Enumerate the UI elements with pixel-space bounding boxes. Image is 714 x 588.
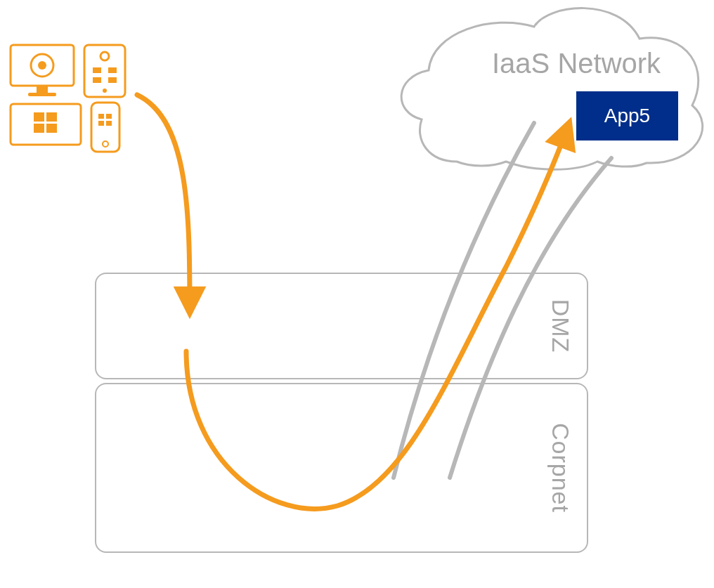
- device-windows-icon: [11, 104, 81, 145]
- diagram-canvas: DMZ Corpnet IaaS Network App5: [0, 0, 714, 588]
- svg-rect-18: [98, 114, 104, 119]
- svg-rect-14: [46, 112, 57, 122]
- cloud-label: IaaS Network: [492, 48, 661, 79]
- svg-point-22: [103, 141, 108, 147]
- device-phone-icon: [91, 103, 119, 152]
- svg-point-2: [38, 61, 46, 70]
- svg-point-6: [100, 52, 109, 60]
- zone-corpnet-label: Corpnet: [547, 423, 574, 513]
- svg-rect-16: [46, 124, 57, 133]
- svg-rect-13: [34, 112, 44, 122]
- svg-rect-21: [106, 121, 112, 126]
- svg-rect-7: [93, 67, 101, 73]
- svg-rect-9: [93, 77, 101, 83]
- svg-rect-17: [91, 103, 119, 152]
- device-tablet-icon: [84, 45, 125, 97]
- zone-corpnet: Corpnet: [95, 383, 588, 553]
- cloud-outline: [401, 8, 703, 170]
- device-imac-icon: [11, 45, 74, 96]
- svg-rect-3: [37, 86, 48, 93]
- svg-rect-19: [106, 114, 112, 119]
- svg-rect-12: [11, 104, 81, 145]
- svg-rect-20: [98, 121, 104, 126]
- app-label: App5: [604, 105, 650, 127]
- svg-rect-15: [34, 124, 44, 133]
- zone-dmz-label: DMZ: [547, 299, 574, 353]
- svg-rect-10: [108, 77, 117, 83]
- svg-rect-4: [28, 93, 56, 96]
- client-devices: [7, 42, 134, 155]
- svg-rect-8: [108, 67, 117, 73]
- svg-point-11: [103, 89, 107, 93]
- zone-dmz: DMZ: [95, 273, 588, 379]
- app-box: App5: [576, 91, 678, 141]
